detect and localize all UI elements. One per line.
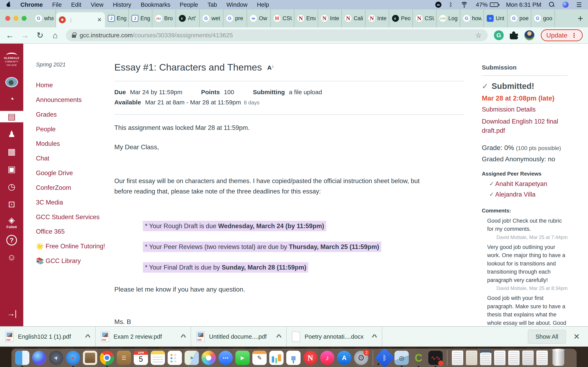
- minimized-window-thumbnail[interactable]: [508, 350, 520, 365]
- zoom-window-button[interactable]: [22, 16, 26, 21]
- tab-close-icon[interactable]: ✕: [97, 17, 102, 23]
- chevron-up-icon[interactable]: ^: [372, 333, 377, 341]
- notification-center-icon[interactable]: ☰: [576, 1, 582, 8]
- news-dock-icon[interactable]: N: [303, 351, 318, 365]
- extensions-puzzle-icon[interactable]: [510, 31, 518, 39]
- menu-item-chrome[interactable]: Chrome: [20, 1, 43, 8]
- minimized-window-thumbnail[interactable]: [536, 350, 548, 365]
- browser-tab[interactable]: NCSU: [413, 9, 437, 27]
- ssl-lock-icon[interactable]: [72, 35, 76, 38]
- browser-tab[interactable]: JEng: [129, 9, 152, 27]
- pages-dock-icon[interactable]: ✎: [252, 351, 267, 365]
- browser-profile-avatar[interactable]: [524, 30, 535, 41]
- browser-tab[interactable]: Gwha: [32, 9, 56, 27]
- course-nav-item-google-drive[interactable]: Google Drive: [36, 169, 110, 177]
- menu-clock[interactable]: Mon 6:31 PM: [506, 1, 541, 8]
- browser-tab[interactable]: Ghow: [460, 9, 484, 27]
- menu-item-file[interactable]: File: [52, 1, 62, 8]
- menu-item-edit[interactable]: Edit: [71, 1, 81, 8]
- siri-icon[interactable]: [562, 2, 569, 8]
- maps-dock-icon[interactable]: ➤: [185, 351, 199, 365]
- browser-tab[interactable]: Ggoo: [531, 9, 555, 27]
- course-nav-item-modules[interactable]: Modules: [36, 140, 110, 148]
- reload-button[interactable]: ↻: [35, 31, 44, 40]
- new-tab-button[interactable]: +: [578, 13, 583, 24]
- address-bar[interactable]: gcc.instructure.com/courses/30339/assign…: [66, 29, 488, 41]
- calendar-icon[interactable]: ▦: [0, 146, 23, 157]
- notes-dock-icon[interactable]: [151, 351, 165, 365]
- course-nav-item-chat[interactable]: Chat: [36, 154, 110, 163]
- course-nav-item-grades[interactable]: Grades: [36, 110, 110, 119]
- messages-dock-icon[interactable]: ⋯: [218, 351, 233, 365]
- browser-tab[interactable]: NEma: [294, 9, 318, 27]
- minimized-window-thumbnail[interactable]: [522, 350, 534, 365]
- gcc-logo[interactable]: GLENDALE COMMUNITY COLLEGE: [0, 53, 23, 67]
- help-icon[interactable]: ?: [6, 235, 17, 245]
- minimize-window-button[interactable]: [13, 16, 18, 21]
- menu-item-bookmarks[interactable]: Bookmarks: [141, 1, 170, 8]
- course-nav-item-conferzoom[interactable]: ConferZoom: [36, 184, 110, 192]
- menu-item-window[interactable]: Window: [226, 1, 247, 8]
- spotlight-icon[interactable]: [549, 2, 555, 8]
- chevron-up-icon[interactable]: ^: [85, 333, 91, 341]
- course-nav-item--free-online-tutoring-[interactable]: 🌟 Free Online Tutoring!: [36, 242, 110, 250]
- peer-review-link[interactable]: ✓Anahit Karapetyan: [489, 180, 568, 188]
- forward-button[interactable]: →: [20, 31, 29, 40]
- immersive-reader-icon[interactable]: A↓: [267, 63, 274, 71]
- launchpad-dock-icon[interactable]: ➤: [49, 351, 63, 365]
- course-nav-item-home[interactable]: Home: [36, 81, 110, 90]
- courses-icon[interactable]: ▤: [0, 111, 23, 122]
- training-icon[interactable]: ☺: [0, 252, 23, 263]
- safari-dock-icon[interactable]: ➤: [66, 351, 80, 365]
- minimized-window-thumbnail[interactable]: [494, 350, 506, 365]
- calendar-dock-icon[interactable]: APR5: [134, 351, 148, 365]
- finder-dock-icon[interactable]: [15, 351, 29, 365]
- close-window-button[interactable]: [5, 16, 10, 21]
- browser-tab[interactable]: Gpoe: [508, 9, 531, 27]
- chevron-up-icon[interactable]: ^: [181, 333, 186, 341]
- browser-tab[interactable]: ◐Art': [176, 9, 200, 27]
- peer-review-link[interactable]: ✓Alejandra Villa: [489, 191, 568, 198]
- crossover-dock-icon[interactable]: C: [411, 351, 426, 365]
- follett-icon[interactable]: ◈ Follett: [7, 215, 17, 229]
- browser-tab[interactable]: Gpre: [223, 9, 247, 27]
- contacts-dock-icon[interactable]: ☰: [117, 351, 131, 365]
- facetime-dock-icon[interactable]: ▶: [235, 351, 250, 365]
- minimized-window-thumbnail[interactable]: [452, 350, 463, 365]
- course-nav-item-3c-media[interactable]: 3C Media: [36, 198, 110, 207]
- groups-icon[interactable]: ♟: [0, 128, 23, 140]
- download-item[interactable]: Poetry annotati....docx^: [287, 327, 382, 347]
- download-item[interactable]: Untitled docume....pdf^: [191, 327, 287, 347]
- back-button[interactable]: ←: [5, 31, 14, 40]
- browser-tab[interactable]: ◐Peo: [389, 9, 413, 27]
- browser-tab-active[interactable]: |✕: [56, 12, 105, 27]
- inbox-icon[interactable]: ▣: [0, 164, 23, 175]
- keynote-dock-icon[interactable]: ▦: [286, 351, 301, 365]
- browser-menu-dots-icon[interactable]: ⋮: [571, 32, 577, 39]
- grammarly-extension-icon[interactable]: G: [494, 30, 504, 40]
- browser-tab[interactable]: JEng: [105, 9, 129, 27]
- menu-item-tab[interactable]: Tab: [208, 1, 217, 8]
- numbers-dock-icon[interactable]: [269, 351, 284, 365]
- photos-dock-icon[interactable]: [201, 351, 216, 365]
- close-downloads-bar-icon[interactable]: ✕: [573, 332, 580, 341]
- browser-tab[interactable]: NInte: [365, 9, 389, 27]
- browser-tab[interactable]: HUBro: [152, 9, 176, 27]
- menu-item-history[interactable]: History: [113, 1, 131, 8]
- history-icon[interactable]: ◷: [0, 181, 23, 192]
- course-nav-item-gcc-student-services[interactable]: GCC Student Services: [36, 213, 110, 221]
- trash-icon[interactable]: [553, 350, 564, 366]
- preview-dock-icon[interactable]: ◎: [394, 351, 409, 365]
- browser-tab[interactable]: MCSU: [271, 9, 294, 27]
- show-all-downloads-button[interactable]: Show All: [528, 330, 566, 344]
- browser-tab[interactable]: Gwet: [200, 9, 223, 27]
- dashboard-icon[interactable]: ◔: [0, 93, 23, 105]
- battery-indicator[interactable]: 47% ⚡: [476, 1, 498, 8]
- chrome-dock-icon[interactable]: [100, 351, 114, 365]
- bookmark-star-icon[interactable]: ☆: [475, 31, 481, 39]
- reminders-dock-icon[interactable]: [168, 351, 182, 365]
- apple-menu-icon[interactable]: [6, 2, 11, 7]
- bluetooth-dock-icon[interactable]: ᛒ: [375, 348, 395, 367]
- account-avatar[interactable]: [5, 77, 18, 87]
- appstore-dock-icon[interactable]: A: [337, 351, 351, 365]
